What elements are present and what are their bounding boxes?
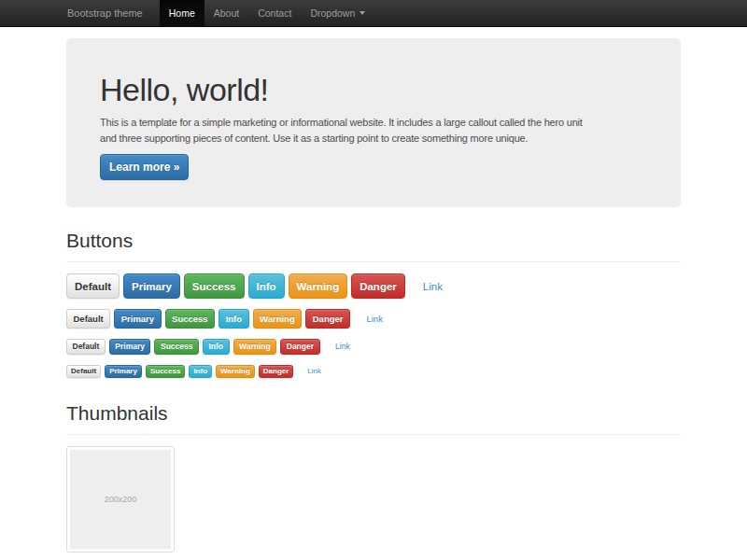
button-danger-small[interactable]: Danger (280, 339, 319, 355)
button-warning-large[interactable]: Warning (289, 273, 348, 299)
button-primary-medium[interactable]: Primary (114, 309, 161, 329)
nav-item-dropdown-label: Dropdown (310, 0, 355, 26)
button-success-small[interactable]: Success (154, 339, 199, 355)
brand-link[interactable]: Bootstrap theme (66, 0, 152, 26)
button-default-large[interactable]: Default (66, 273, 120, 299)
button-primary-small[interactable]: Primary (109, 339, 151, 355)
button-row-xsmall: Default Primary Success Info Warning Dan… (66, 365, 681, 378)
button-default-medium[interactable]: Default (66, 309, 110, 329)
navbar: Bootstrap theme Home About Contact Dropd… (0, 0, 747, 27)
button-info-large[interactable]: Info (248, 273, 285, 299)
thumbnail-placeholder-image: 200x200 (70, 450, 171, 549)
learn-more-button[interactable]: Learn more » (100, 154, 189, 180)
button-success-medium[interactable]: Success (165, 309, 216, 329)
thumbnails-section-title: Thumbnails (66, 402, 681, 435)
button-danger-medium[interactable]: Danger (305, 309, 350, 329)
thumbnail-link[interactable]: 200x200 (66, 446, 175, 553)
thumbnail-placeholder-label: 200x200 (105, 495, 137, 504)
button-info-small[interactable]: Info (203, 339, 230, 355)
button-success-large[interactable]: Success (184, 273, 245, 299)
button-row-small: Default Primary Success Info Warning Dan… (66, 339, 681, 355)
caret-down-icon (359, 11, 365, 15)
hero-description-line-1: This is a template for a simple marketin… (100, 115, 647, 131)
nav-item-contact[interactable]: Contact (248, 0, 301, 26)
button-primary-large[interactable]: Primary (123, 273, 180, 299)
button-warning-medium[interactable]: Warning (253, 309, 303, 329)
main-container: Hello, world! This is a template for a s… (66, 38, 681, 553)
button-warning-xsmall[interactable]: Warning (216, 365, 255, 378)
nav-item-about[interactable]: About (204, 0, 248, 26)
button-warning-small[interactable]: Warning (233, 339, 277, 355)
nav-menu: Home About Contact Dropdown (160, 0, 375, 26)
hero-description-line-2: and three supporting pieces of content. … (100, 131, 647, 147)
hero-description: This is a template for a simple marketin… (100, 115, 647, 147)
button-link-xsmall[interactable]: Link (303, 366, 325, 377)
nav-item-home[interactable]: Home (160, 0, 204, 26)
nav-item-dropdown[interactable]: Dropdown (301, 0, 374, 26)
button-link-medium[interactable]: Link (360, 310, 388, 328)
button-danger-large[interactable]: Danger (351, 273, 405, 299)
button-row-large: Default Primary Success Info Warning Dan… (66, 273, 681, 299)
button-primary-xsmall[interactable]: Primary (105, 365, 142, 378)
button-row-default: Default Primary Success Info Warning Dan… (66, 309, 681, 329)
button-danger-xsmall[interactable]: Danger (259, 365, 294, 378)
button-default-xsmall[interactable]: Default (66, 365, 101, 378)
button-default-small[interactable]: Default (66, 339, 106, 355)
button-link-large[interactable]: Link (416, 274, 450, 298)
button-link-small[interactable]: Link (331, 340, 356, 354)
button-success-xsmall[interactable]: Success (146, 365, 185, 378)
button-info-xsmall[interactable]: Info (189, 365, 212, 378)
hero-unit: Hello, world! This is a template for a s… (66, 38, 681, 207)
navbar-container: Bootstrap theme Home About Contact Dropd… (66, 0, 681, 26)
hero-title: Hello, world! (100, 72, 647, 107)
button-info-medium[interactable]: Info (218, 309, 248, 329)
buttons-section-title: Buttons (66, 230, 681, 262)
